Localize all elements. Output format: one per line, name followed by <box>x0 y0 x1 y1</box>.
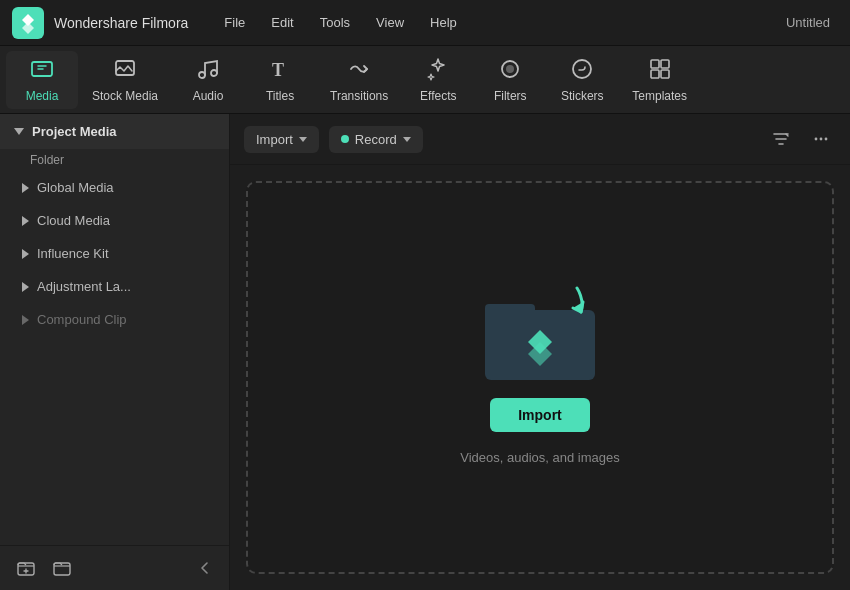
project-media-header[interactable]: Project Media <box>0 114 229 149</box>
tab-media[interactable]: Media <box>6 51 78 109</box>
drop-zone-import-button[interactable]: Import <box>490 398 590 432</box>
tab-effects-label: Effects <box>420 89 456 103</box>
tab-titles-label: Titles <box>266 89 294 103</box>
tab-stickers[interactable]: Stickers <box>546 51 618 109</box>
sidebar-item-cloud-media[interactable]: Cloud Media <box>0 204 229 237</box>
global-media-chevron <box>22 183 29 193</box>
more-options-button[interactable] <box>806 124 836 154</box>
folder-arrow-icon <box>551 286 587 330</box>
svg-point-6 <box>211 70 217 76</box>
tab-audio-label: Audio <box>193 89 224 103</box>
tab-transitions[interactable]: Transitions <box>316 51 402 109</box>
tab-templates[interactable]: Templates <box>618 51 701 109</box>
sidebar-item-influence-kit[interactable]: Influence Kit <box>0 237 229 270</box>
transitions-icon <box>347 57 371 85</box>
drop-zone[interactable]: Import Videos, audios, and images <box>246 181 834 574</box>
import-button[interactable]: Import <box>244 126 319 153</box>
menu-help[interactable]: Help <box>418 11 469 34</box>
titles-icon: T <box>268 57 292 85</box>
menu-tools[interactable]: Tools <box>308 11 362 34</box>
title-bar: Wondershare Filmora File Edit Tools View… <box>0 0 850 46</box>
svg-point-9 <box>506 65 514 73</box>
sidebar-items: Folder Global Media Cloud Media Influenc… <box>0 149 229 545</box>
new-folder-button[interactable] <box>12 554 40 582</box>
record-dot-icon <box>341 135 349 143</box>
main-area: Project Media Folder Global Media Cloud … <box>0 114 850 590</box>
svg-point-5 <box>199 72 205 78</box>
tab-transitions-label: Transitions <box>330 89 388 103</box>
import-chevron-icon <box>299 137 307 142</box>
svg-rect-12 <box>651 70 659 78</box>
sidebar-footer <box>0 545 229 590</box>
window-title: Untitled <box>786 15 838 30</box>
adjustment-layers-chevron <box>22 282 29 292</box>
svg-rect-13 <box>661 70 669 78</box>
tab-effects[interactable]: Effects <box>402 51 474 109</box>
svg-point-16 <box>815 138 818 141</box>
stickers-icon <box>570 57 594 85</box>
tab-audio[interactable]: Audio <box>172 51 244 109</box>
filmora-diamond-icon <box>520 326 560 370</box>
content-area: Import Record <box>230 114 850 590</box>
folder-tab <box>485 304 535 318</box>
influence-kit-label: Influence Kit <box>37 246 109 261</box>
content-toolbar: Import Record <box>230 114 850 165</box>
effects-icon <box>426 57 450 85</box>
cloud-media-chevron <box>22 216 29 226</box>
menu-file[interactable]: File <box>212 11 257 34</box>
sidebar: Project Media Folder Global Media Cloud … <box>0 114 230 590</box>
drop-zone-hint: Videos, audios, and images <box>460 450 619 465</box>
sidebar-collapse-button[interactable] <box>193 556 217 580</box>
record-button-label: Record <box>355 132 397 147</box>
folder-visual <box>485 290 595 380</box>
templates-icon <box>648 57 672 85</box>
filter-sort-button[interactable] <box>766 124 796 154</box>
svg-point-18 <box>825 138 828 141</box>
tab-filters[interactable]: Filters <box>474 51 546 109</box>
svg-rect-11 <box>661 60 669 68</box>
media-icon <box>30 57 54 85</box>
global-media-label: Global Media <box>37 180 114 195</box>
record-chevron-icon <box>403 137 411 142</box>
import-folder-button[interactable] <box>48 554 76 582</box>
filters-icon <box>498 57 522 85</box>
compound-clip-chevron <box>22 315 29 325</box>
tab-stock-media[interactable]: Stock Media <box>78 51 172 109</box>
menu-edit[interactable]: Edit <box>259 11 305 34</box>
sidebar-item-adjustment-layers[interactable]: Adjustment La... <box>0 270 229 303</box>
tab-titles[interactable]: T Titles <box>244 51 316 109</box>
project-media-label: Project Media <box>32 124 117 139</box>
svg-point-17 <box>820 138 823 141</box>
tab-media-label: Media <box>26 89 59 103</box>
sidebar-folder-label: Folder <box>0 149 229 171</box>
menu-bar: File Edit Tools View Help <box>212 11 786 34</box>
tab-filters-label: Filters <box>494 89 527 103</box>
tab-bar: Media Stock Media Audio T Titles <box>0 46 850 114</box>
app-logo <box>12 7 44 39</box>
influence-kit-chevron <box>22 249 29 259</box>
sidebar-item-global-media[interactable]: Global Media <box>0 171 229 204</box>
stock-media-icon <box>113 57 137 85</box>
compound-clip-label: Compound Clip <box>37 312 127 327</box>
import-button-label: Import <box>256 132 293 147</box>
tab-stickers-label: Stickers <box>561 89 604 103</box>
sidebar-item-compound-clip[interactable]: Compound Clip <box>0 303 229 336</box>
app-name: Wondershare Filmora <box>54 15 188 31</box>
record-button[interactable]: Record <box>329 126 423 153</box>
svg-rect-10 <box>651 60 659 68</box>
cloud-media-label: Cloud Media <box>37 213 110 228</box>
adjustment-layers-label: Adjustment La... <box>37 279 131 294</box>
audio-icon <box>196 57 220 85</box>
svg-text:T: T <box>272 60 284 80</box>
tab-stock-media-label: Stock Media <box>92 89 158 103</box>
project-media-chevron <box>14 128 24 135</box>
menu-view[interactable]: View <box>364 11 416 34</box>
tab-templates-label: Templates <box>632 89 687 103</box>
svg-marker-20 <box>528 342 552 366</box>
